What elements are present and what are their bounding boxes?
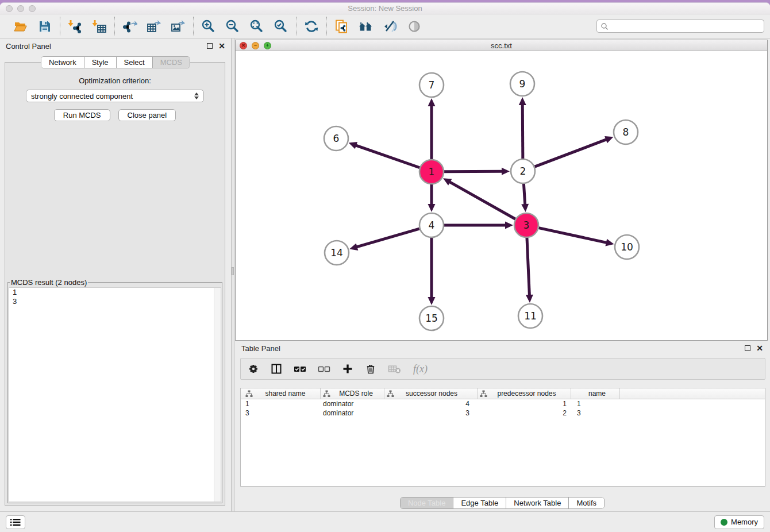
- tab-network[interactable]: Network: [41, 57, 84, 68]
- refresh-icon[interactable]: [303, 18, 319, 34]
- graph-node-label-14: 14: [330, 247, 343, 259]
- zoom-in-icon[interactable]: [201, 18, 217, 34]
- network-minimize-icon[interactable]: −: [252, 42, 259, 49]
- graph-edge-1-2[interactable]: [444, 171, 503, 172]
- control-panel-tabs: Network Style Select MCDS: [41, 56, 190, 68]
- column-header-name[interactable]: name: [571, 388, 620, 399]
- criterion-dropdown[interactable]: strongly connected component: [26, 90, 204, 102]
- cell-successor-nodes[interactable]: 3: [384, 409, 478, 417]
- save-session-icon[interactable]: [37, 18, 53, 34]
- column-header-predecessor-nodes[interactable]: predecessor nodes: [478, 388, 571, 399]
- graph-edge-2-9[interactable]: [522, 104, 523, 159]
- graph-edge-1-6[interactable]: [355, 145, 419, 168]
- zoom-selected-icon[interactable]: [273, 18, 289, 34]
- cell-predecessor-nodes[interactable]: 1: [478, 400, 571, 408]
- export-image-icon[interactable]: [170, 18, 186, 34]
- app-window: Session: New Session: [0, 2, 770, 532]
- table-toolbar: f(x): [240, 358, 765, 380]
- close-table-panel-icon[interactable]: ✕: [756, 345, 763, 351]
- add-column-icon[interactable]: [342, 363, 353, 375]
- cell-shared-name[interactable]: 3: [241, 409, 321, 417]
- graph-edge-4-14[interactable]: [356, 229, 419, 247]
- import-table-icon[interactable]: [91, 18, 107, 34]
- graph-arrowhead: [605, 239, 614, 246]
- zoom-out-icon[interactable]: [225, 18, 241, 34]
- column-header-successor-nodes[interactable]: successor nodes: [384, 388, 478, 399]
- tab-motifs[interactable]: Motifs: [568, 498, 604, 508]
- close-panel-icon[interactable]: ✕: [218, 43, 225, 49]
- node-table[interactable]: shared name MCDS role successor nodes: [240, 388, 765, 487]
- hierarchy-icon: [387, 390, 394, 398]
- splitter-grip[interactable]: [232, 267, 234, 275]
- cell-mcds-role[interactable]: dominator: [321, 400, 384, 408]
- criterion-value: strongly connected component: [31, 92, 194, 101]
- first-neighbors-icon[interactable]: [358, 18, 374, 34]
- hide-details-icon[interactable]: [382, 18, 398, 34]
- graph-arrowhead: [428, 98, 436, 106]
- close-panel-button[interactable]: Close panel: [118, 109, 176, 121]
- search-field[interactable]: [596, 20, 764, 33]
- graph-edge-3-10[interactable]: [538, 228, 607, 243]
- network-canvas[interactable]: 7968124314101511: [236, 51, 767, 340]
- tab-mcds[interactable]: MCDS: [152, 57, 190, 68]
- memory-button[interactable]: Memory: [714, 515, 764, 529]
- search-icon: [600, 22, 609, 30]
- list-item[interactable]: 1: [9, 288, 221, 297]
- graph-node-label-1: 1: [429, 166, 435, 178]
- gear-icon[interactable]: [248, 363, 259, 375]
- mcds-result-list[interactable]: 1 3: [9, 287, 221, 502]
- panes-icon[interactable]: [271, 363, 282, 375]
- graph-node-label-15: 15: [425, 313, 438, 324]
- close-window-button[interactable]: [6, 5, 13, 12]
- table-row[interactable]: 1 dominator 4 1 1: [241, 399, 765, 408]
- table-tabs: Node Table Edge Table Network Table Moti…: [400, 497, 605, 509]
- export-table-icon[interactable]: [146, 18, 162, 34]
- tab-style[interactable]: Style: [84, 57, 116, 68]
- open-file-icon[interactable]: [13, 18, 29, 34]
- clone-network-icon[interactable]: [334, 18, 350, 34]
- tab-select[interactable]: Select: [116, 57, 152, 68]
- export-network-icon[interactable]: [122, 18, 138, 34]
- cell-name[interactable]: 3: [571, 409, 620, 417]
- network-window-titlebar[interactable]: ✕ − + scc.txt: [236, 40, 767, 51]
- cell-mcds-role[interactable]: dominator: [321, 409, 384, 417]
- tab-edge-table[interactable]: Edge Table: [453, 498, 506, 508]
- run-mcds-button[interactable]: Run MCDS: [54, 109, 110, 121]
- task-history-button[interactable]: [6, 515, 25, 529]
- float-panel-icon[interactable]: [207, 43, 213, 49]
- criterion-label: Optimization criterion:: [5, 76, 225, 85]
- table-header: shared name MCDS role successor nodes: [241, 388, 765, 399]
- float-table-panel-icon[interactable]: [745, 345, 750, 351]
- graph-node-label-11: 11: [524, 310, 537, 322]
- function-builder-icon: f(x): [413, 363, 428, 375]
- scrollbar[interactable]: [214, 288, 221, 502]
- tab-node-table[interactable]: Node Table: [401, 498, 453, 508]
- table-row[interactable]: 3 dominator 3 2 3: [241, 408, 765, 418]
- graph-edge-3-1[interactable]: [449, 182, 515, 219]
- graph-edge-3-11[interactable]: [527, 238, 529, 296]
- zoom-fit-icon[interactable]: [249, 18, 265, 34]
- graph-arrowhead: [428, 297, 436, 305]
- delete-column-icon[interactable]: [365, 363, 376, 375]
- select-all-icon[interactable]: [294, 365, 306, 373]
- network-close-icon[interactable]: ✕: [240, 42, 247, 49]
- cell-successor-nodes[interactable]: 4: [384, 400, 478, 408]
- import-network-icon[interactable]: [67, 18, 83, 34]
- tab-network-table[interactable]: Network Table: [506, 498, 568, 508]
- deselect-all-icon[interactable]: [318, 365, 330, 373]
- cell-shared-name[interactable]: 1: [241, 400, 321, 408]
- column-header-mcds-role[interactable]: MCDS role: [321, 388, 384, 399]
- show-details-icon[interactable]: [406, 18, 422, 34]
- mcds-result-group: MCDS result (2 nodes) 1 3: [7, 278, 222, 503]
- cell-predecessor-nodes[interactable]: 2: [478, 409, 571, 417]
- search-input[interactable]: [609, 22, 760, 30]
- zoom-window-button[interactable]: [29, 5, 36, 12]
- list-item[interactable]: 3: [9, 297, 221, 306]
- memory-status-icon: [721, 519, 727, 526]
- cell-name[interactable]: 1: [571, 400, 620, 408]
- graph-edge-2-8[interactable]: [535, 139, 607, 167]
- minimize-window-button[interactable]: [17, 5, 24, 12]
- network-maximize-icon[interactable]: +: [264, 42, 271, 49]
- graph-edge-2-3[interactable]: [523, 184, 525, 205]
- column-header-shared-name[interactable]: shared name: [241, 388, 321, 399]
